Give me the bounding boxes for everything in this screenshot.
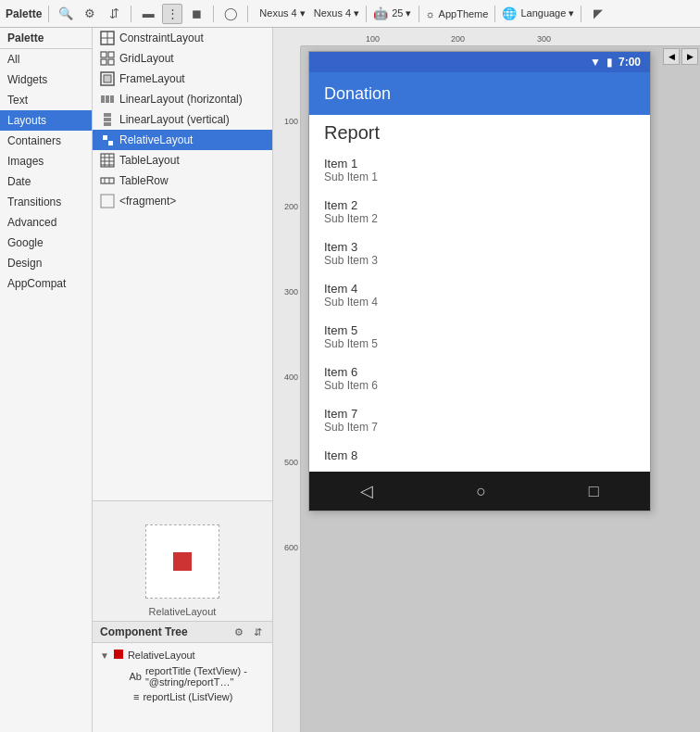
layout-label-frame: FrameLayout [119,72,185,85]
status-time: 7:00 [619,56,641,69]
layout-icon-constraint [100,31,115,45]
list-item-5: Item 5Sub Item 5 [309,318,650,360]
ruler-left-300: 300 [284,287,298,297]
tree-text-root: RelativeLayout [128,650,195,661]
svg-rect-10 [106,95,109,103]
layout-item-constraint[interactable]: ConstraintLayout [93,28,272,48]
component-tree-panel: Component Tree ⚙ ⇵ ▼ RelativeLayoutAb re… [93,621,272,732]
recent-button[interactable]: □ [589,482,599,501]
tree-toggle-root[interactable]: ▼ [100,650,109,661]
layout-item-grid[interactable]: GridLayout [93,48,272,69]
list-primary-5: Item 5 [324,323,635,337]
list-primary-7: Item 7 [324,407,635,421]
list-spacer-8 [324,462,635,466]
palette-item-advanced[interactable]: Advanced [0,212,92,233]
svg-rect-27 [101,195,114,208]
nexus-label[interactable]: Nexus 4 ▾ [314,7,359,19]
layout-item-table[interactable]: TableLayout [93,150,272,170]
palette-item-appcompat[interactable]: AppCompat [0,273,92,294]
layout-icon-table [100,153,115,168]
sort-icon[interactable]: ⇵ [104,4,124,24]
list-secondary-4: Sub Item 4 [324,296,635,309]
layout-item-linear_h[interactable]: LinearLayout (horizontal) [93,89,272,109]
svg-rect-8 [104,75,111,82]
layout-item-fragment[interactable]: <fragment> [93,191,272,211]
tree-item-root[interactable]: ▼ RelativeLayout [93,647,272,663]
list-primary-3: Item 3 [324,240,635,254]
middle-panel: ConstraintLayoutGridLayoutFrameLayoutLin… [93,28,273,732]
scroll-right-btn[interactable]: ▶ [681,48,698,65]
layout-label-tablerow: TableRow [119,174,169,187]
layout-label-linear_h: LinearLayout (horizontal) [119,93,243,106]
palette-item-google[interactable]: Google [0,233,92,253]
view-list-icon[interactable]: ▬ [138,4,158,24]
palette-item-design[interactable]: Design [0,253,92,273]
tree-sort-icon[interactable]: ⇵ [250,625,265,639]
tree-item-reportTitle[interactable]: Ab reportTitle (TextView) - "@string/rep… [93,663,272,689]
wifi-icon: ▼ [590,56,601,69]
list-secondary-2: Sub Item 2 [324,212,635,225]
palette-item-widgets[interactable]: Widgets [0,69,92,90]
tree-icon-reportTitle: Ab [129,671,141,682]
ruler-mark-200: 200 [451,34,465,44]
layout-item-frame[interactable]: FrameLayout [93,69,272,89]
back-button[interactable]: ◁ [360,481,373,501]
svg-rect-14 [104,122,111,126]
list-primary-8: Item 8 [324,448,635,462]
palette-item-images[interactable]: Images [0,151,92,171]
palette-item-date[interactable]: Date [0,171,92,192]
api-label[interactable]: 25 ▾ [392,7,411,19]
apptheme-label[interactable]: AppTheme [439,8,489,19]
list-item-7: Item 7Sub Item 7 [309,401,650,443]
palette-title: Palette [7,32,44,44]
list-secondary-7: Sub Item 7 [324,421,635,434]
tree-item-reportList[interactable]: ≡ reportList (ListView) [93,689,272,704]
palette-item-text[interactable]: Text [0,90,92,110]
list-spacer-4 [324,309,635,312]
preview-label: RelativeLayout [93,606,272,617]
layout-label-constraint: ConstraintLayout [119,32,204,44]
list-item-6: Item 6Sub Item 6 [309,360,650,401]
language-label[interactable]: Language ▾ [520,7,574,19]
android-icon: 🤖 [373,6,388,20]
nexus-selector[interactable]: Nexus 4 ▾ [255,6,309,21]
search-icon[interactable]: 🔍 [56,4,76,24]
ruler-mark-100: 100 [366,34,380,44]
layout-item-tablerow[interactable]: TableRow [93,170,272,191]
list-primary-6: Item 6 [324,365,635,379]
palette-header: Palette [0,28,92,49]
tree-icon-reportList: ≡ [133,691,139,702]
status-bar: ▼ ▮ 7:00 [309,52,650,72]
toolbar-sep4 [247,6,248,22]
layout-item-relative[interactable]: RelativeLayout [93,130,272,150]
list-secondary-3: Sub Item 3 [324,254,635,267]
scroll-left-btn[interactable]: ◀ [663,48,680,65]
tree-gear-icon[interactable]: ⚙ [231,625,246,639]
layout-toggle-icon[interactable]: ◤ [588,4,608,24]
toolbar-sep2 [131,6,131,22]
view-grid-icon[interactable]: ⋮ [162,4,182,24]
palette-item-containers[interactable]: Containers [0,131,92,151]
theme-icon[interactable]: ◯ [220,4,241,24]
tree-text-reportList: reportList (ListView) [143,691,232,702]
svg-rect-4 [108,52,114,57]
device-frame: ▼ ▮ 7:00 Donation Report Item 1Sub Item … [308,51,651,511]
list-spacer-3 [324,267,635,271]
palette-item-layouts[interactable]: Layouts [0,110,92,131]
device-preview-panel: 100 200 300 100 200 300 400 500 600 ◀ ▶ … [273,28,700,732]
toolbar-sep3 [213,6,214,22]
layout-icon-grid [100,51,115,66]
ruler-top: 100 200 300 [301,28,700,46]
home-button[interactable]: ○ [476,482,486,501]
top-toolbar: Palette 🔍 ⚙ ⇵ ▬ ⋮ ◼ ◯ Nexus 4 ▾ Nexus 4 … [0,0,700,28]
ruler-left-600: 600 [284,543,298,552]
gear-icon[interactable]: ⚙ [80,4,100,24]
view-detail-icon[interactable]: ◼ [186,4,206,24]
svg-rect-3 [101,52,106,57]
palette-item-transitions[interactable]: Transitions [0,192,92,212]
svg-rect-11 [110,95,114,103]
toolbar-sep7 [494,6,495,22]
layout-item-linear_v[interactable]: LinearLayout (vertical) [93,109,272,130]
list-primary-1: Item 1 [324,157,635,170]
palette-item-all[interactable]: All [0,49,92,69]
